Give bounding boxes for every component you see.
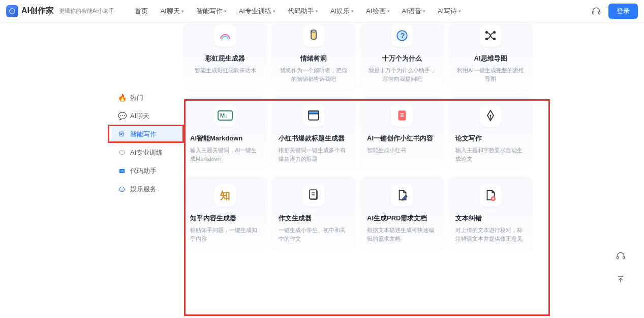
chat-icon: 💬 bbox=[118, 112, 126, 120]
float-support-icon[interactable] bbox=[612, 248, 629, 264]
card-desc: 根据关键词一键生成多个有爆款潜力的标题 bbox=[279, 146, 349, 163]
nav-voice[interactable]: AI语音▾ bbox=[402, 7, 425, 16]
svg-rect-24 bbox=[310, 190, 317, 199]
chevron-down-icon: ▾ bbox=[273, 9, 275, 14]
svg-point-6 bbox=[119, 187, 124, 191]
card-title: 情绪树洞 bbox=[279, 54, 349, 63]
svg-point-8 bbox=[227, 38, 229, 40]
card-desc: 智能生成彩虹屁吹捧话术 bbox=[190, 66, 260, 75]
card-why[interactable]: ? 十万个为什么 我是十万个为什么小助手，尽管向我提问吧 bbox=[360, 22, 444, 91]
window-icon bbox=[302, 104, 325, 127]
nav-training[interactable]: AI专业训练▾ bbox=[239, 7, 275, 16]
chevron-down-icon: ▾ bbox=[351, 9, 354, 14]
sidebar-item-training[interactable]: AI专业训练 bbox=[112, 143, 183, 162]
card-mindmap[interactable]: AI思维导图 利用AI一键生成完整的思维导图 bbox=[448, 22, 533, 91]
sidebar-item-hot[interactable]: 🔥热门 bbox=[112, 89, 183, 107]
card-title: 知乎内容生成器 bbox=[190, 214, 260, 223]
card-desc: 根据文本描述生成可快速编辑的需求文档 bbox=[367, 226, 437, 243]
card-desc: 粘贴知乎问题，一键生成知乎内容 bbox=[190, 226, 260, 243]
nav-writing[interactable]: 智能写作▾ bbox=[196, 7, 227, 16]
sidebar-item-writing[interactable]: 智能写作 bbox=[112, 125, 183, 143]
rainbow-icon bbox=[214, 24, 236, 47]
card-desc: 智能生成小红书 bbox=[367, 146, 437, 155]
floating-actions bbox=[612, 248, 629, 287]
card-xhs-content[interactable]: AI一键创作小红书内容 智能生成小红书 bbox=[360, 96, 444, 171]
chevron-down-icon: ▾ bbox=[316, 9, 318, 14]
card-title: AI一键创作小红书内容 bbox=[367, 134, 437, 143]
svg-point-0 bbox=[10, 8, 15, 14]
logo-icon bbox=[6, 5, 18, 17]
content-grid: 彩虹屁生成器 智能生成彩虹屁吹捧话术 情绪树洞 我将作为一个倾听者，把你的烦恼都… bbox=[183, 22, 535, 251]
float-top-icon[interactable] bbox=[612, 271, 629, 287]
nav-entertainment[interactable]: AI娱乐▾ bbox=[330, 7, 354, 16]
smile-icon bbox=[118, 185, 126, 193]
nav-draw[interactable]: AI绘画▾ bbox=[366, 7, 389, 16]
card-rainbow[interactable]: 彩虹屁生成器 智能生成彩虹屁吹捧话术 bbox=[183, 22, 267, 91]
card-title: 作文生成器 bbox=[279, 214, 349, 223]
card-title: AI智能Markdown bbox=[190, 134, 260, 143]
card-prd[interactable]: AI生成PRD需求文档 根据文本描述生成可快速编辑的需求文档 bbox=[360, 176, 444, 251]
card-title: AI思维导图 bbox=[455, 54, 526, 63]
card-desc: 输入主题关键词，AI一键生成Markdown bbox=[190, 146, 260, 163]
svg-point-10 bbox=[311, 30, 316, 32]
card-desc: 利用AI一键生成完整的思维导图 bbox=[455, 66, 526, 83]
card-desc: 一键生成小学生、初中和高中的作文 bbox=[279, 226, 349, 243]
card-title: 论文写作 bbox=[455, 134, 526, 143]
sidebar: 🔥热门 💬AI聊天 智能写作 AI专业训练 </>代码助手 娱乐服务 bbox=[112, 89, 183, 198]
svg-text:M↓: M↓ bbox=[220, 112, 228, 119]
chevron-down-icon: ▾ bbox=[423, 9, 425, 14]
svg-text:?: ? bbox=[401, 32, 405, 40]
svg-point-14 bbox=[493, 31, 496, 34]
card-thesis[interactable]: 论文写作 输入主题和字数要求自动生成论文 bbox=[448, 96, 533, 171]
markdown-icon: M↓ bbox=[214, 104, 236, 127]
cup-icon bbox=[302, 24, 325, 47]
card-correction[interactable]: 文本纠错 对上传的文本进行校对，标注错误文本并提供修正意见 bbox=[448, 176, 533, 251]
card-zhihu[interactable]: 知 知乎内容生成器 粘贴知乎问题，一键生成知乎内容 bbox=[183, 176, 267, 251]
pen-icon bbox=[118, 130, 126, 138]
nav-home[interactable]: 首页 bbox=[135, 7, 148, 16]
card-markdown[interactable]: M↓ AI智能Markdown 输入主题关键词，AI一键生成Markdown bbox=[183, 96, 267, 171]
svg-text:</>: </> bbox=[120, 169, 125, 172]
mindmap-icon bbox=[479, 24, 502, 47]
chevron-down-icon: ▾ bbox=[224, 9, 227, 14]
nav-poem[interactable]: AI写诗▾ bbox=[438, 7, 461, 16]
card-title: 彩虹屁生成器 bbox=[190, 54, 260, 63]
svg-point-15 bbox=[485, 38, 488, 40]
tagline: 更懂你的智能AI小助手 bbox=[59, 7, 114, 15]
top-nav: 首页 AI聊天▾ 智能写作▾ AI专业训练▾ 代码助手▾ AI娱乐▾ AI绘画▾… bbox=[135, 7, 461, 16]
svg-point-13 bbox=[485, 31, 488, 34]
sidebar-item-code[interactable]: </>代码助手 bbox=[112, 162, 183, 180]
brand-name: AI创作家 bbox=[21, 6, 54, 16]
card-title: 十万个为什么 bbox=[367, 54, 437, 63]
card-desc: 输入主题和字数要求自动生成论文 bbox=[455, 146, 526, 163]
svg-point-16 bbox=[493, 38, 496, 40]
card-desc: 对上传的文本进行校对，标注错误文本并提供修正意见 bbox=[455, 226, 526, 243]
login-button[interactable]: 登录 bbox=[608, 4, 638, 19]
card-xhs-title[interactable]: 小红书爆款标题生成器 根据关键词一键生成多个有爆款潜力的标题 bbox=[271, 96, 356, 171]
code-icon: </> bbox=[118, 167, 126, 175]
svg-rect-21 bbox=[398, 110, 406, 121]
card-essay[interactable]: 作文生成器 一键生成小学生、初中和高中的作文 bbox=[271, 176, 356, 251]
doc-edit-icon bbox=[391, 184, 413, 207]
zhihu-icon: 知 bbox=[214, 184, 236, 207]
doc-icon bbox=[302, 184, 325, 207]
fire-icon: 🔥 bbox=[118, 94, 126, 102]
pen-nib-icon bbox=[479, 104, 502, 127]
card-desc: 我将作为一个倾听者，把你的烦恼都告诉我吧 bbox=[279, 66, 349, 83]
svg-rect-3 bbox=[119, 132, 124, 136]
card-emotion[interactable]: 情绪树洞 我将作为一个倾听者，把你的烦恼都告诉我吧 bbox=[271, 22, 356, 91]
card-title: 文本纠错 bbox=[455, 214, 526, 223]
question-icon: ? bbox=[391, 24, 413, 47]
doc-error-icon bbox=[479, 184, 502, 207]
sidebar-item-chat[interactable]: 💬AI聊天 bbox=[112, 107, 183, 125]
note-icon bbox=[391, 104, 413, 127]
nav-code[interactable]: 代码助手▾ bbox=[288, 7, 318, 16]
card-desc: 我是十万个为什么小助手，尽管向我提问吧 bbox=[367, 66, 437, 83]
chevron-down-icon: ▾ bbox=[458, 9, 461, 14]
brand-logo[interactable]: AI创作家 bbox=[6, 5, 54, 17]
topbar: AI创作家 更懂你的智能AI小助手 首页 AI聊天▾ 智能写作▾ AI专业训练▾… bbox=[0, 0, 644, 22]
card-title: AI生成PRD需求文档 bbox=[367, 214, 437, 223]
nav-chat[interactable]: AI聊天▾ bbox=[160, 7, 183, 16]
support-icon[interactable] bbox=[591, 6, 601, 16]
sidebar-item-entertainment[interactable]: 娱乐服务 bbox=[112, 180, 183, 198]
